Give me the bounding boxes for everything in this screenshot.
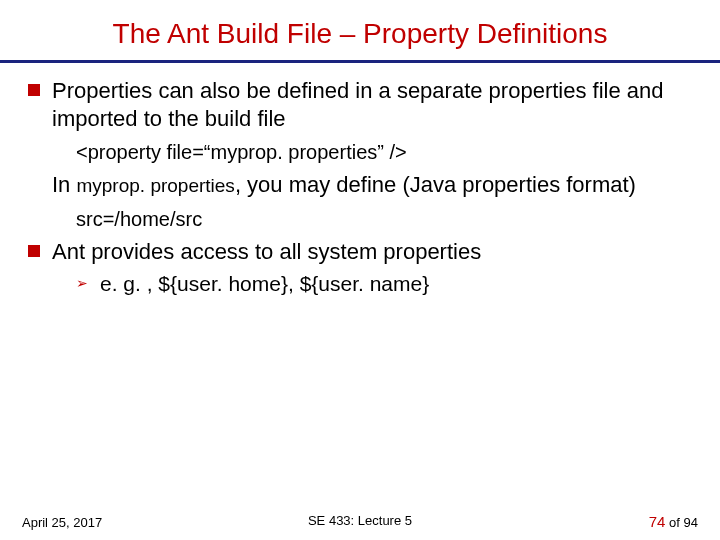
page-of: of 94 (665, 515, 698, 530)
bullet-1: Properties can also be defined in a sepa… (28, 77, 692, 132)
bullet-2-sub: ➢ e. g. , ${user. home}, ${user. name} (28, 271, 692, 297)
slide-title: The Ant Build File – Property Definition… (28, 12, 692, 60)
bullet-1-code2: src=/home/src (28, 207, 692, 232)
square-bullet-icon (28, 84, 40, 96)
title-rule (0, 60, 720, 63)
line2-mono: myprop. properties (76, 175, 234, 196)
footer: April 25, 2017 SE 433: Lecture 5 74 of 9… (0, 513, 720, 530)
bullet-1-text: Properties can also be defined in a sepa… (52, 78, 664, 131)
bullet-1-line2: In myprop. properties, you may define (J… (28, 171, 692, 199)
bullet-1-code: <property file=“myprop. properties” /> (28, 140, 692, 165)
line2-a: In (52, 172, 76, 197)
bullet-2-text: Ant provides access to all system proper… (52, 239, 481, 264)
bullet-2-sub-text: e. g. , ${user. home}, ${user. name} (100, 272, 429, 295)
square-bullet-icon (28, 245, 40, 257)
code-line-2: src=/home/src (76, 208, 202, 230)
page-current: 74 (649, 513, 666, 530)
bullet-2: Ant provides access to all system proper… (28, 238, 692, 266)
code-line-1: <property file=“myprop. properties” /> (76, 141, 407, 163)
chevron-icon: ➢ (76, 275, 88, 293)
line2-b: , you may define (Java properties format… (235, 172, 636, 197)
footer-page: 74 of 94 (649, 513, 698, 530)
slide: The Ant Build File – Property Definition… (0, 0, 720, 540)
footer-course: SE 433: Lecture 5 (0, 513, 720, 528)
slide-body: Properties can also be defined in a sepa… (28, 77, 692, 297)
